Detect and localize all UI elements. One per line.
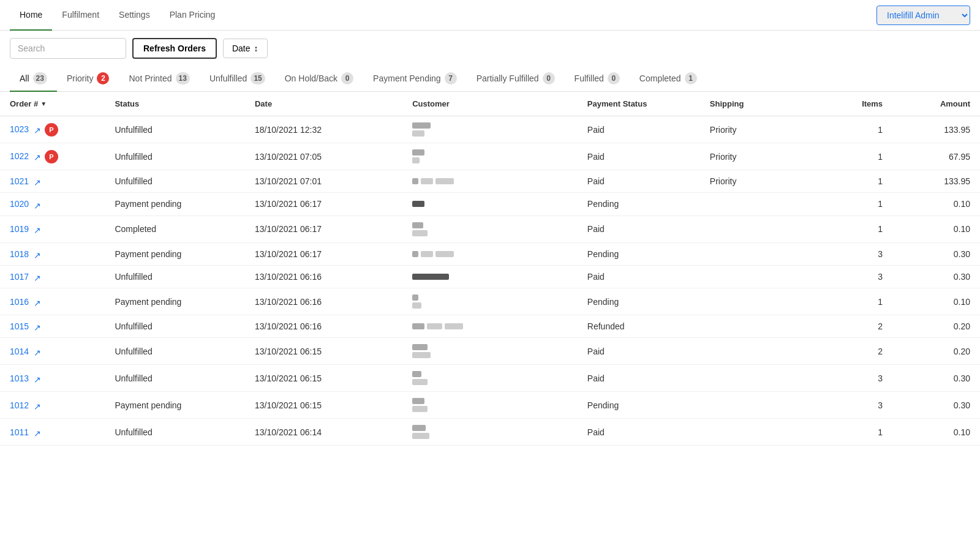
order-link[interactable]: 1020: [10, 199, 29, 209]
filter-tab-on-hold/back[interactable]: On Hold/Back0: [275, 66, 363, 92]
status-cell: Unfulfilled: [105, 315, 245, 338]
items-cell: 3: [823, 365, 892, 392]
date-cell: 18/10/2021 12:32: [245, 116, 402, 143]
amount-cell: 0.10: [892, 216, 980, 242]
date-cell: 13/10/2021 06:14: [245, 419, 402, 446]
amount-cell: 0.20: [892, 338, 980, 365]
search-input[interactable]: [10, 38, 126, 59]
shipping-cell: Priority: [700, 170, 823, 193]
amount-cell: 0.10: [892, 288, 980, 315]
amount-cell: 0.30: [892, 265, 980, 288]
filter-tab-badge: 15: [251, 72, 265, 84]
date-cell: 13/10/2021 06:15: [245, 365, 402, 392]
col-header-order[interactable]: Order # ▼: [0, 92, 105, 116]
admin-select[interactable]: Intelifill Admin: [876, 6, 970, 25]
filter-tab-all[interactable]: All23: [10, 66, 57, 92]
filter-tab-not-printed[interactable]: Not Printed13: [119, 66, 199, 92]
order-cell: 1017 ↗: [0, 265, 105, 288]
external-link-icon[interactable]: ↗: [34, 348, 42, 356]
col-header-status: Status: [105, 92, 245, 116]
filter-tab-badge: 0: [608, 72, 620, 84]
order-link[interactable]: 1022: [10, 151, 29, 161]
filter-tab-payment-pending[interactable]: Payment Pending7: [363, 66, 467, 92]
items-cell: 1: [823, 193, 892, 216]
order-link[interactable]: 1011: [10, 427, 29, 437]
external-link-icon[interactable]: ↗: [34, 201, 42, 209]
order-link[interactable]: 1023: [10, 124, 29, 134]
order-link[interactable]: 1021: [10, 176, 29, 186]
external-link-icon[interactable]: ↗: [34, 323, 42, 331]
payment-status-cell: Paid: [578, 365, 700, 392]
shipping-cell: [700, 392, 823, 419]
status-cell: Payment pending: [105, 193, 245, 216]
items-cell: 1: [823, 116, 892, 143]
filter-tab-label: Fulfilled: [575, 73, 604, 83]
items-cell: 1: [823, 419, 892, 446]
amount-cell: 133.95: [892, 170, 980, 193]
nav-tab-settings[interactable]: Settings: [109, 0, 160, 31]
order-cell: 1012 ↗: [0, 392, 105, 419]
filter-tab-badge: 23: [33, 72, 47, 84]
payment-status-cell: Pending: [578, 193, 700, 216]
external-link-icon[interactable]: ↗: [34, 402, 42, 410]
order-cell: 1019 ↗: [0, 216, 105, 242]
external-link-icon[interactable]: ↗: [34, 152, 42, 161]
orders-tbody: 1023 ↗ P Unfulfilled 18/10/2021 12:32 Pa…: [0, 116, 980, 446]
table-header: Order # ▼ Status Date Customer Payment S…: [0, 92, 980, 116]
nav-tab-home[interactable]: Home: [10, 0, 52, 31]
customer-cell: [402, 170, 578, 193]
order-cell: 1021 ↗: [0, 170, 105, 193]
shipping-cell: [700, 288, 823, 315]
status-cell: Unfulfilled: [105, 338, 245, 365]
payment-status-cell: Paid: [578, 265, 700, 288]
filter-tab-completed[interactable]: Completed1: [630, 66, 707, 92]
order-link[interactable]: 1015: [10, 321, 29, 331]
sort-icon: ▼: [40, 100, 47, 107]
payment-status-cell: Paid: [578, 143, 700, 170]
filter-tab-badge: 7: [445, 72, 457, 84]
filter-tab-unfulfilled[interactable]: Unfulfilled15: [200, 66, 275, 92]
external-link-icon[interactable]: ↗: [34, 429, 42, 437]
filter-tab-priority[interactable]: Priority2: [57, 66, 119, 92]
order-link[interactable]: 1014: [10, 347, 29, 356]
order-link[interactable]: 1013: [10, 373, 29, 383]
external-link-icon[interactable]: ↗: [34, 273, 42, 282]
refresh-orders-button[interactable]: Refresh Orders: [132, 38, 217, 59]
shipping-cell: [700, 193, 823, 216]
table-row: 1018 ↗ Payment pending 13/10/2021 06:17 …: [0, 242, 980, 265]
amount-cell: 0.20: [892, 315, 980, 338]
order-link[interactable]: 1017: [10, 272, 29, 282]
date-cell: 13/10/2021 06:16: [245, 288, 402, 315]
customer-cell: [402, 338, 578, 365]
external-link-icon[interactable]: ↗: [34, 250, 42, 259]
nav-tab-fulfilment[interactable]: Fulfilment: [52, 0, 109, 31]
external-link-icon[interactable]: ↗: [34, 225, 42, 234]
payment-status-cell: Pending: [578, 288, 700, 315]
order-link[interactable]: 1016: [10, 297, 29, 307]
amount-cell: 67.95: [892, 143, 980, 170]
date-label: Date: [232, 43, 251, 53]
nav-tab-plan-pricing[interactable]: Plan Pricing: [160, 0, 225, 31]
filter-tab-fulfilled[interactable]: Fulfilled0: [565, 66, 630, 92]
date-filter-button[interactable]: Date ↕: [223, 39, 268, 58]
order-cell: 1014 ↗: [0, 338, 105, 365]
col-header-amount: Amount: [892, 92, 980, 116]
date-cell: 13/10/2021 07:01: [245, 170, 402, 193]
table-row: 1014 ↗ Unfulfilled 13/10/2021 06:15 Paid…: [0, 338, 980, 365]
filter-tab-partially-fulfilled[interactable]: Partially Fulfilled0: [467, 66, 565, 92]
external-link-icon[interactable]: ↗: [34, 126, 42, 134]
shipping-cell: [700, 365, 823, 392]
customer-cell: [402, 242, 578, 265]
order-link[interactable]: 1019: [10, 224, 29, 234]
status-cell: Unfulfilled: [105, 265, 245, 288]
col-header-customer: Customer: [402, 92, 578, 116]
date-cell: 13/10/2021 06:15: [245, 338, 402, 365]
order-link[interactable]: 1018: [10, 249, 29, 259]
status-cell: Payment pending: [105, 288, 245, 315]
external-link-icon[interactable]: ↗: [34, 298, 42, 307]
external-link-icon[interactable]: ↗: [34, 375, 42, 383]
order-cell: 1013 ↗: [0, 365, 105, 392]
filter-tab-badge: 1: [685, 72, 697, 84]
external-link-icon[interactable]: ↗: [34, 178, 42, 186]
order-link[interactable]: 1012: [10, 400, 29, 410]
